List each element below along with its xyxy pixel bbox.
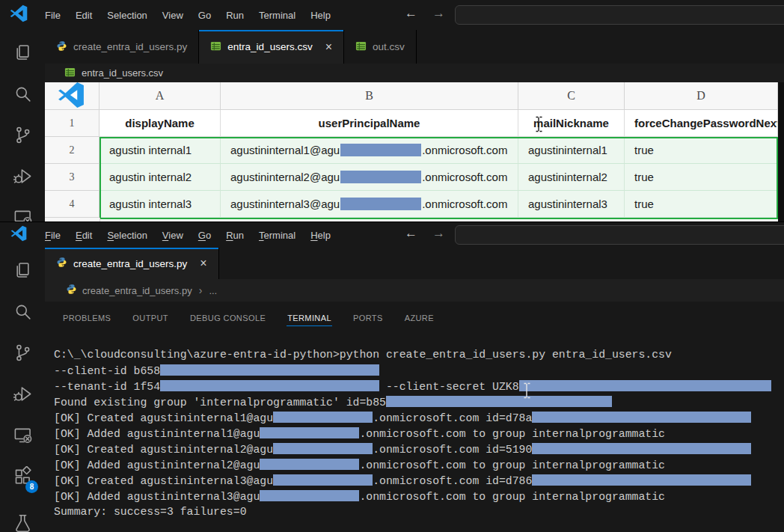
cell-C1[interactable]: mailNickname: [518, 110, 625, 137]
menu-item-run[interactable]: Run: [218, 7, 251, 23]
menu-item-selection[interactable]: Selection: [99, 7, 154, 23]
cell-B1[interactable]: userPrincipalName: [221, 110, 518, 137]
editor-tab-create_entra_id_users.py[interactable]: create_entra_id_users.py: [45, 30, 199, 64]
vscode-logo-icon[interactable]: [0, 225, 37, 245]
cell-D4[interactable]: true: [625, 191, 778, 218]
panel-tab-ports[interactable]: PORTS: [352, 310, 384, 326]
cell-C4[interactable]: agustininternal3: [518, 191, 625, 218]
breadcrumb-file[interactable]: create_entra_id_users.py: [82, 285, 192, 296]
column-header-A[interactable]: A: [99, 82, 221, 110]
terminal-line: Found existing group 'internalprogrammat…: [54, 394, 784, 410]
menu-item-run[interactable]: Run: [218, 227, 251, 243]
forward-arrow-icon[interactable]: →: [432, 226, 445, 241]
menu-item-file[interactable]: File: [37, 227, 68, 243]
redaction-block: [260, 490, 359, 501]
editor-tab-create_entra_id_users.py[interactable]: create_entra_id_users.py×: [45, 248, 219, 279]
run-debug-icon[interactable]: [0, 375, 45, 416]
cell-B4[interactable]: agustininternal3@agu.onmicrosoft.com: [221, 191, 518, 218]
cell-C3[interactable]: agustininternal2: [518, 164, 625, 191]
redaction-block: [273, 474, 373, 486]
column-header-D[interactable]: D: [625, 82, 778, 110]
redaction-block: [160, 380, 379, 391]
menu-item-help[interactable]: Help: [303, 7, 338, 23]
command-center-searchbox[interactable]: [455, 5, 784, 25]
remote-explorer-icon[interactable]: [0, 416, 45, 457]
tab-close-icon[interactable]: ×: [325, 41, 332, 53]
row-header-1[interactable]: 1: [45, 110, 99, 137]
command-center-searchbox[interactable]: [455, 225, 784, 245]
cell-D2[interactable]: true: [625, 137, 778, 164]
run-debug-icon[interactable]: [0, 157, 45, 198]
menu-item-selection[interactable]: Selection: [99, 227, 154, 243]
back-arrow-icon[interactable]: ←: [405, 226, 417, 241]
panel-tab-azure[interactable]: AZURE: [404, 310, 435, 326]
redaction-block: [273, 412, 373, 423]
extensions-icon[interactable]: 8: [0, 457, 45, 498]
panel-tab-debug-console[interactable]: DEBUG CONSOLE: [189, 310, 266, 326]
cell-D1[interactable]: forceChangePasswordNextS: [625, 110, 778, 137]
activity-bar: 8: [0, 248, 45, 532]
forward-arrow-icon[interactable]: →: [432, 6, 445, 21]
back-arrow-icon[interactable]: ←: [405, 6, 417, 21]
column-header-B[interactable]: B: [221, 82, 518, 110]
tab-close-icon[interactable]: ×: [200, 257, 206, 269]
cell-D3[interactable]: true: [625, 164, 778, 191]
column-header-C[interactable]: C: [518, 82, 625, 110]
menu-item-go[interactable]: Go: [191, 7, 218, 23]
cell-C2[interactable]: agustininternal1: [518, 137, 625, 164]
spreadsheet-view: ABCD1displayNameuserPrincipalNamemailNic…: [45, 82, 778, 221]
sheet-corner-cell: [45, 82, 99, 110]
source-control-icon[interactable]: [0, 116, 45, 157]
row-header-3[interactable]: 3: [45, 164, 99, 191]
menu-item-view[interactable]: View: [155, 7, 191, 23]
breadcrumb-chevron-icon: ›: [199, 284, 203, 296]
redaction-block: [340, 198, 421, 210]
remote-explorer-icon[interactable]: [0, 198, 45, 221]
extensions-badge: 8: [25, 480, 38, 493]
redaction-block: [340, 144, 421, 156]
menu-bar: FileEditSelectionViewGoRunTerminalHelp: [37, 227, 338, 243]
menu-item-go[interactable]: Go: [191, 227, 218, 243]
tab-label: out.csv: [373, 41, 405, 52]
search-icon[interactable]: [0, 75, 45, 116]
cell-A2[interactable]: agustin internal1: [99, 137, 221, 164]
menu-item-edit[interactable]: Edit: [68, 227, 99, 243]
search-icon[interactable]: [0, 293, 45, 334]
panel-tab-problems[interactable]: PROBLEMS: [62, 310, 111, 326]
source-control-icon[interactable]: [0, 334, 45, 375]
redaction-block: [260, 427, 359, 438]
menu-item-help[interactable]: Help: [303, 227, 338, 243]
menu-item-edit[interactable]: Edit: [68, 7, 99, 23]
menu-item-file[interactable]: File: [37, 7, 68, 23]
editor-tab-out.csv[interactable]: out.csv: [344, 30, 417, 64]
menu-bar: FileEditSelectionViewGoRunTerminalHelp: [37, 7, 338, 23]
redaction-block: [160, 364, 379, 376]
tab-label: create_entra_id_users.py: [73, 41, 187, 52]
tab-label: create_entra_id_users.py: [73, 258, 187, 269]
explorer-icon[interactable]: [0, 251, 45, 293]
redaction-block: [273, 443, 373, 454]
menu-item-view[interactable]: View: [155, 227, 191, 243]
panel-tab-bar: PROBLEMSOUTPUTDEBUG CONSOLETERMINALPORTS…: [45, 302, 784, 334]
cell-A4[interactable]: agustin internal3: [99, 191, 221, 218]
panel-tab-terminal[interactable]: TERMINAL: [287, 310, 332, 326]
terminal-output[interactable]: C:\_\cloudconsulting\azure-entra-id-pyth…: [45, 334, 784, 532]
panel-tab-output[interactable]: OUTPUT: [132, 310, 169, 326]
cell-A1[interactable]: displayName: [99, 110, 221, 137]
explorer-icon[interactable]: [0, 34, 45, 75]
cell-B3[interactable]: agustininternal2@agu.onmicrosoft.com: [221, 164, 518, 191]
row-header-4[interactable]: 4: [45, 191, 99, 218]
vscode-logo-icon[interactable]: [0, 4, 37, 25]
menu-item-terminal[interactable]: Terminal: [251, 7, 303, 23]
breadcrumb-ellipsis[interactable]: ...: [209, 285, 217, 296]
editor-tab-entra_id_users.csv[interactable]: entra_id_users.csv×: [199, 30, 344, 64]
terminal-line: --client-id b658: [54, 363, 784, 379]
menu-item-terminal[interactable]: Terminal: [251, 227, 303, 243]
editor-tab-bar: create_entra_id_users.pyentra_id_users.c…: [45, 30, 784, 64]
editor-area: create_entra_id_users.py× create_entra_i…: [45, 248, 784, 532]
testing-flask-icon[interactable]: [0, 504, 45, 532]
cell-A3[interactable]: agustin internal2: [99, 164, 221, 191]
terminal-line: [OK] Added agustininternal1@agu.onmicros…: [54, 426, 784, 441]
row-header-2[interactable]: 2: [45, 137, 99, 164]
cell-B2[interactable]: agustininternal1@agu.onmicrosoft.com: [221, 137, 518, 164]
